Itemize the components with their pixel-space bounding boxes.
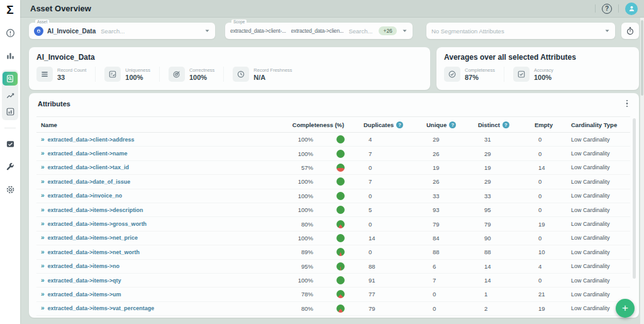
attribute-name-cell[interactable]: » extracted_data->items->vat_percentage xyxy=(36,305,274,311)
scope-overflow-badge[interactable]: +26 xyxy=(379,26,396,35)
report-chart-icon[interactable] xyxy=(3,104,18,118)
table-scrollbar[interactable] xyxy=(633,118,636,279)
scope-search-placeholder: Search... xyxy=(348,28,372,35)
column-header-name[interactable]: Name xyxy=(36,121,274,128)
unique-value: 79 xyxy=(425,221,477,228)
attribute-name-link[interactable]: extracted_data->items->net_worth xyxy=(48,249,140,255)
table-row[interactable]: » extracted_data->date_of_issue 100% 7 2… xyxy=(36,175,630,189)
settings-gear-icon[interactable] xyxy=(3,182,18,196)
attribute-name-link[interactable]: extracted_data->date_of_issue xyxy=(48,179,131,185)
attribute-name-cell[interactable]: » extracted_data->client->address xyxy=(36,137,274,143)
attribute-name-link[interactable]: extracted_data->invoice_no xyxy=(48,193,123,199)
duplicates-value: 88 xyxy=(362,263,425,270)
attribute-name-cell[interactable]: » extracted_data->client->tax_id xyxy=(36,164,274,170)
schedule-timer-button[interactable] xyxy=(621,23,639,39)
table-row[interactable]: » extracted_data->invoice_no 100% 0 33 3… xyxy=(36,189,630,203)
main-content: Asset AI_Invoice_Data Search... Scope ex… xyxy=(20,18,644,324)
duplicates-value: 14 xyxy=(362,235,425,242)
cardinality-value: Low Cardinality xyxy=(567,164,630,170)
asset-overview-icon[interactable] xyxy=(3,72,18,86)
attribute-name-cell[interactable]: » extracted_data->items->description xyxy=(36,207,274,213)
table-row[interactable]: » extracted_data->items->gross_worth 80%… xyxy=(36,217,630,231)
sidebar-divider xyxy=(4,128,16,128)
duplicates-help-icon[interactable]: ? xyxy=(396,121,403,128)
distinct-help-icon[interactable]: ? xyxy=(502,121,509,128)
attribute-name-link[interactable]: extracted_data->client->tax_id xyxy=(48,164,130,170)
completeness-value: 80% xyxy=(274,221,318,228)
column-header-unique[interactable]: Unique ? xyxy=(425,121,477,128)
chevron-down-icon[interactable] xyxy=(604,28,610,33)
attribute-name-link[interactable]: extracted_data->items->net_price xyxy=(48,235,138,241)
distinct-value: 14 xyxy=(477,263,528,270)
unique-value: 33 xyxy=(425,193,477,199)
attributes-table: Name Completeness (%) Duplicates ? Uniqu… xyxy=(36,116,630,316)
unique-value: 84 xyxy=(425,235,477,242)
attribute-name-cell[interactable]: » extracted_data->invoice_no xyxy=(36,193,274,199)
help-icon[interactable]: ? xyxy=(602,4,612,14)
table-row[interactable]: » extracted_data->items->qty 100% 91 7 1… xyxy=(36,274,630,288)
attribute-name-cell[interactable]: » extracted_data->items->qty xyxy=(36,277,274,284)
unique-value: 6 xyxy=(425,263,477,270)
alerts-icon[interactable] xyxy=(3,26,18,40)
attribute-name-link[interactable]: extracted_data->client->name xyxy=(48,150,128,157)
column-header-cardinality[interactable]: Cardinality Type xyxy=(567,121,630,128)
stat-item: Accuracy 100% xyxy=(513,67,562,82)
column-header-empty[interactable]: Empty xyxy=(528,121,567,128)
attribute-name-link[interactable]: extracted_data->items->gross_worth xyxy=(48,221,147,227)
unique-value: 93 xyxy=(425,206,477,213)
attribute-name-link[interactable]: extracted_data->items->qty xyxy=(48,277,121,284)
asset-select[interactable]: Asset AI_Invoice_Data Search... xyxy=(29,23,215,39)
image-check-icon[interactable] xyxy=(3,137,18,151)
attribute-name-cell[interactable]: » extracted_data->items->no xyxy=(36,263,274,269)
empty-value: 0 xyxy=(528,277,567,284)
bar-chart-icon[interactable] xyxy=(3,48,18,62)
completeness-value: 78% xyxy=(274,291,318,298)
table-row[interactable]: » extracted_data->client->tax_id 57% 0 1… xyxy=(36,161,630,175)
attribute-name-link[interactable]: extracted_data->items->description xyxy=(48,207,143,213)
stat-value: 87% xyxy=(465,74,495,81)
attribute-name-cell[interactable]: » extracted_data->items->net_worth xyxy=(36,249,274,255)
table-row[interactable]: » extracted_data->items->description 100… xyxy=(36,203,630,217)
add-button[interactable]: + xyxy=(616,299,635,318)
completeness-pie-icon xyxy=(336,192,345,200)
column-header-distinct[interactable]: Distinct ? xyxy=(477,121,528,128)
kebab-menu-icon[interactable] xyxy=(624,99,630,108)
stat-item: Record Count 33 xyxy=(36,67,96,82)
stat-label: Accuracy xyxy=(534,67,553,73)
page-scrollbar[interactable] xyxy=(640,18,644,324)
attribute-name-link[interactable]: extracted_data->items->vat_percentage xyxy=(48,305,155,311)
attribute-name-cell[interactable]: » extracted_data->items->net_price xyxy=(36,235,274,241)
table-row[interactable]: » extracted_data->items->net_price 100% … xyxy=(36,232,630,245)
attribute-name-cell[interactable]: » extracted_data->client->name xyxy=(36,150,274,157)
attribute-name-link[interactable]: extracted_data->items->um xyxy=(48,291,121,298)
chevron-down-icon[interactable] xyxy=(402,28,408,33)
table-row[interactable]: » extracted_data->client->address 100% 4… xyxy=(36,133,630,147)
completeness-pie-icon xyxy=(336,206,345,214)
attribute-name-cell[interactable]: » extracted_data->date_of_issue xyxy=(36,179,274,185)
column-header-duplicates[interactable]: Duplicates ? xyxy=(362,121,425,128)
table-row[interactable]: » extracted_data->items->net_worth 89% 0… xyxy=(36,245,630,259)
attribute-name-cell[interactable]: » extracted_data->items->gross_worth xyxy=(36,221,274,227)
table-row[interactable]: » extracted_data->items->vat_percentage … xyxy=(36,302,630,316)
table-row[interactable]: » extracted_data->items->um 78% 77 0 1 2… xyxy=(36,288,630,301)
wrench-icon[interactable] xyxy=(3,160,18,174)
unique-help-icon[interactable]: ? xyxy=(449,121,456,128)
completeness-value: 100% xyxy=(274,277,318,284)
attribute-name-cell[interactable]: » extracted_data->items->um xyxy=(36,291,274,298)
trend-chart-icon[interactable] xyxy=(3,88,18,102)
attribute-name-link[interactable]: extracted_data->client->address xyxy=(48,137,135,143)
averages-card: Averages over all selected Attributes Co… xyxy=(436,47,639,90)
user-avatar[interactable] xyxy=(625,3,638,15)
attribute-name-link[interactable]: extracted_data->items->no xyxy=(48,263,120,269)
stat-value: 100% xyxy=(534,74,553,81)
table-row[interactable]: » extracted_data->client->name 100% 7 26… xyxy=(36,147,630,160)
segmentation-select[interactable]: No Segmentation Attributes xyxy=(426,23,615,39)
completeness-value: 80% xyxy=(274,305,318,312)
chevron-down-icon[interactable] xyxy=(204,28,210,33)
scope-select[interactable]: Scope extracted_data->client-... extract… xyxy=(225,23,413,39)
empty-value: 19 xyxy=(528,305,567,312)
cardinality-value: Low Cardinality xyxy=(567,221,630,227)
table-row[interactable]: » extracted_data->items->no 95% 88 6 14 … xyxy=(36,260,630,274)
column-header-completeness[interactable]: Completeness (%) xyxy=(274,121,362,128)
completeness-value: 100% xyxy=(274,206,318,213)
